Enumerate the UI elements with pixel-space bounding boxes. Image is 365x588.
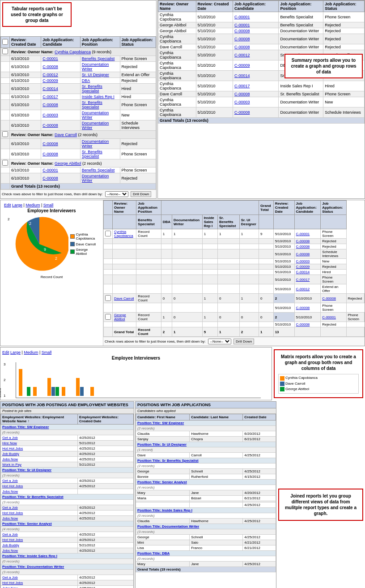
- pie-chart-svg: 9 2 2: [10, 215, 68, 273]
- bar-legend: Cynthia Capobianca Dave Carroll George A…: [278, 374, 359, 393]
- matrix-drill-controls: Check rows above to filter to just those…: [103, 337, 365, 346]
- matrix-drill-select[interactable]: --None--: [208, 339, 231, 344]
- bar-group-4: [62, 387, 73, 396]
- bar-cynthia-5: [76, 378, 80, 396]
- left-joined-report: POSITIONS WITH JOB POSTINGS AND EMPLOYME…: [0, 401, 134, 588]
- left-joined-title: POSITIONS WITH JOB POSTINGS AND EMPLOYME…: [0, 402, 134, 408]
- right-joined-subtitle: Candidates who applied: [136, 408, 276, 414]
- left-joined-subtitle: Posted to job sites: [0, 408, 134, 414]
- pie-legend: CynthiaCapobianca Dave Carroll GeorgeAbi…: [70, 232, 95, 256]
- joined-callout: Joined reports let you group different v…: [278, 489, 363, 521]
- page-container: Tabular reports can't be used to create …: [0, 0, 365, 588]
- legend-color-cynthia: [70, 234, 75, 239]
- legend-color-george: [70, 249, 75, 254]
- summary-grand-total: Grand Totals (13 records): [158, 118, 365, 124]
- matrix-callout: Matrix reports allow you to create a gra…: [274, 349, 363, 398]
- pie-chart-section: Edit Large | Medium | Small Employee Int…: [0, 200, 103, 346]
- group-checkbox-2[interactable]: [2, 131, 8, 137]
- drill-select[interactable]: --None--: [105, 191, 128, 197]
- right-joined-report: POSITIONS WITH JOB APPLICATIONS Candidat…: [135, 401, 276, 588]
- group-name-link[interactable]: Cynthia Capobianca: [55, 50, 91, 54]
- pie-y-axis: 2: [8, 217, 9, 271]
- legend-item-3: GeorgeAbitbol: [70, 248, 95, 256]
- pie-chart-container: 2 9 2 2: [2, 215, 101, 273]
- tabular-report: Review: Created Date Job Application: Ca…: [0, 0, 157, 199]
- svg-text:2: 2: [55, 256, 57, 261]
- svg-text:9: 9: [44, 247, 46, 252]
- bar-cynthia-6: [90, 387, 94, 396]
- matrix-table-section: Review: Owner Name Job Application Posit…: [103, 200, 365, 346]
- dave-link[interactable]: Dave Carroll: [55, 133, 77, 137]
- edit-links-bar: Edit Large | Medium | Small: [2, 349, 270, 356]
- right-joined-title: POSITIONS WITH JOB APPLICATIONS: [136, 402, 276, 408]
- joined-section: POSITIONS WITH JOB POSTINGS AND EMPLOYME…: [0, 401, 365, 588]
- tabular-callout: Tabular reports can't be used to create …: [2, 2, 72, 27]
- bar-group-5: [76, 378, 88, 396]
- george-link[interactable]: George Abitbol: [55, 161, 81, 166]
- svg-text:2: 2: [29, 221, 31, 226]
- bar-dave-5: [80, 387, 84, 396]
- bar-chart-section: Edit Large | Medium | Small Employee Int…: [0, 347, 272, 400]
- bar-y-label: Record Count: [0, 376, 2, 398]
- pie-slice-cynthia: [16, 217, 68, 271]
- bar-dave-3: [51, 387, 55, 396]
- matrix-summary-table: Review: Owner Name Job Application Posit…: [103, 200, 365, 337]
- select-all-checkbox[interactable]: [2, 39, 8, 45]
- bar-y-axis: 3 2 1: [4, 362, 5, 398]
- drill-button[interactable]: Drill Down: [131, 191, 151, 197]
- matrix-drill-button[interactable]: Drill Down: [233, 339, 254, 344]
- drill-controls: Check rows above to filter to just those…: [0, 189, 156, 198]
- bar-cynthia-3: [47, 378, 51, 396]
- bar-george-1: [27, 387, 30, 396]
- bar-cynthia-4: [62, 387, 65, 396]
- col-position: Job Application: Position: [80, 37, 120, 48]
- legend-item-2: Dave Carroll: [70, 242, 95, 246]
- bar-cynthia-1: [19, 369, 22, 396]
- summary-callout: Summary reports allow you to create a gr…: [284, 54, 363, 78]
- legend-item-1: CynthiaCapobianca: [70, 232, 95, 240]
- legend-color-dave: [70, 242, 75, 246]
- tabular-table: Review: Created Date Job Application: Ca…: [0, 36, 156, 189]
- col-status: Job Application: Status: [120, 37, 156, 48]
- middle-section: Edit Large | Medium | Small Employee Int…: [0, 200, 365, 346]
- left-joined-table: Employment Websites: Employment Website …: [0, 414, 134, 588]
- right-joined-total: Grand Totals (19 records): [136, 567, 276, 572]
- pie-x-label: Record Count: [2, 275, 101, 279]
- bar-chart-bars: 3 2 1: [16, 362, 261, 398]
- col-created-date: Review: Created Date: [10, 37, 41, 48]
- tabular-grand-total: Grand Totals (13 records): [10, 184, 156, 189]
- bar-section: Edit Large | Medium | Small Employee Int…: [0, 347, 365, 400]
- group-checkbox[interactable]: [2, 48, 8, 54]
- bar-chart-title: Employee Interviewers: [2, 356, 270, 361]
- bar-group-6: [90, 387, 102, 396]
- group-checkbox-3[interactable]: [2, 160, 8, 166]
- bar-group-3: [47, 378, 59, 396]
- bar-cynthia-2: [33, 387, 37, 396]
- edit-links-pie: Edit Large | Medium | Small: [2, 202, 101, 208]
- col-candidate: Job Application: Candidate: [41, 37, 81, 48]
- bar-group-2: [33, 387, 45, 396]
- pie-chart-title: Employee Interviewers: [2, 208, 101, 213]
- bar-group-1: [19, 369, 30, 396]
- summary-report: Review: Owner Name Review: Created Date …: [157, 0, 365, 199]
- bar-george-3: [55, 387, 59, 396]
- right-joined-table: Candidate: First Name Candidate: Last Na…: [136, 414, 276, 572]
